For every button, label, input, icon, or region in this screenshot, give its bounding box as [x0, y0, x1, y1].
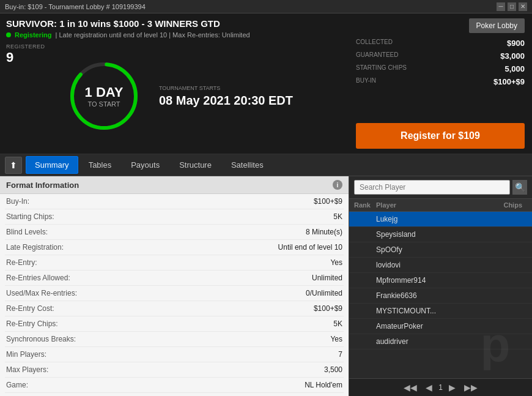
prize-row-chips: STARTING CHIPS 5,000	[356, 62, 525, 75]
player-search-panel: 🔍 Rank Player Chips Lukejg Speysisland S…	[349, 176, 532, 396]
player-list-item[interactable]: AmateurPoker	[349, 319, 532, 334]
title-bar-controls: ─ □ ✕	[497, 2, 527, 11]
format-key: Re-Entry:	[6, 258, 37, 267]
tab-payouts[interactable]: Payouts	[122, 156, 169, 174]
search-bar: 🔍	[349, 176, 532, 199]
starts-value: 08 May 2021 20:30 EDT	[159, 94, 342, 108]
format-val: $100+$9	[314, 304, 342, 313]
clock-ring: 1 DAY TO START	[67, 59, 141, 133]
tab-structure[interactable]: Structure	[170, 156, 221, 174]
player-list: Lukejg Speysisland SpOOfy lovidovi Mpfro…	[349, 212, 532, 378]
status-text: Registering	[15, 31, 52, 39]
format-row: Game: NL Hold'em	[5, 378, 344, 393]
format-val: 5K	[333, 319, 342, 328]
player-list-item[interactable]: MYSTICMOUNT...	[349, 304, 532, 319]
format-val: Yes	[330, 335, 342, 343]
status-info: | Late registration until end of level 1…	[56, 31, 250, 39]
format-val: Unlimited	[312, 274, 342, 282]
tournament-starts: TOURNAMENT STARTS 08 May 2021 20:30 EDT	[159, 43, 342, 149]
page-prev-button[interactable]: ◀	[423, 381, 435, 394]
col-rank-header: Rank	[354, 201, 376, 209]
info-icon[interactable]: i	[333, 180, 342, 190]
format-row: Re-Entry Cost: $100+$9	[5, 301, 344, 316]
page-last-button[interactable]: ▶▶	[462, 381, 480, 394]
starting-chips-label: STARTING CHIPS	[356, 64, 407, 73]
col-player-header: Player	[376, 201, 479, 209]
player-list-item[interactable]: Frankie6636	[349, 288, 532, 304]
format-info-panel: Format Information i Buy-In: $100+$9 Sta…	[0, 176, 349, 396]
player-name: Mpfrommer914	[376, 276, 484, 285]
clock-ring-svg	[67, 59, 141, 133]
format-key: Late Registration:	[6, 243, 64, 252]
page-next-button[interactable]: ▶	[446, 381, 458, 394]
format-row: Starting Chips: 5K	[5, 209, 344, 225]
format-val: 8 Minute(s)	[306, 228, 342, 236]
format-key: Blind Levels:	[6, 228, 48, 236]
bottom-section: Format Information i Buy-In: $100+$9 Sta…	[0, 176, 532, 396]
player-name: SpOOfy	[376, 245, 484, 254]
right-prize: Poker Lobby COLLECTED $900 GUARANTEED $3…	[349, 13, 532, 154]
format-row: Used/Max Re-entries: 0/Unlimited	[5, 286, 344, 301]
minimize-button[interactable]: ─	[497, 2, 505, 11]
col-chips-header: Chips	[479, 201, 522, 209]
player-name: audidriver	[376, 337, 484, 346]
prize-row-collected: COLLECTED $900	[356, 37, 525, 50]
page-first-button[interactable]: ◀◀	[401, 381, 419, 394]
guaranteed-label: GUARANTEED	[356, 51, 398, 61]
tab-tables[interactable]: Tables	[79, 156, 121, 174]
register-button[interactable]: Register for $109	[356, 123, 525, 149]
format-key: Used/Max Re-entries:	[6, 289, 77, 297]
buyin-value: $100+$9	[493, 77, 525, 86]
player-list-item[interactable]: Speysisland	[349, 227, 532, 242]
format-title: Format Information	[6, 181, 79, 190]
top-section: SURVIVOR: 1 in 10 wins $1000 - 3 WINNERS…	[0, 13, 532, 154]
tab-scroll-left[interactable]: ⬆	[5, 157, 22, 174]
buyin-label: BUY-IN	[356, 77, 376, 86]
close-button[interactable]: ✕	[519, 2, 527, 11]
status-dot	[6, 32, 11, 37]
format-val: Yes	[330, 258, 342, 267]
format-row: Players per Table: Maximum of 8 players	[5, 393, 344, 396]
player-list-item[interactable]: Lukejg	[349, 212, 532, 227]
player-name: Speysisland	[376, 230, 484, 239]
format-row: Re-Entries Allowed: Unlimited	[5, 271, 344, 286]
player-list-item[interactable]: Mpfrommer914	[349, 273, 532, 288]
search-player-input[interactable]	[354, 180, 510, 195]
left-stats: SURVIVOR: 1 in 10 wins $1000 - 3 WINNERS…	[0, 13, 349, 154]
prize-table: COLLECTED $900 GUARANTEED $3,000 STARTIN…	[356, 37, 525, 88]
top-right-controls: Poker Lobby	[356, 18, 525, 37]
player-list-item[interactable]: audidriver	[349, 334, 532, 349]
format-key: Max Players:	[6, 365, 48, 374]
tournament-title: SURVIVOR: 1 in 10 wins $1000 - 3 WINNERS…	[6, 18, 342, 29]
format-row: Re-Entry: Yes	[5, 255, 344, 271]
tab-satellites[interactable]: Satellites	[222, 156, 273, 174]
svg-point-1	[72, 64, 136, 128]
poker-lobby-button[interactable]: Poker Lobby	[469, 18, 525, 33]
page-number: 1	[438, 383, 443, 392]
format-row: Blind Levels: 8 Minute(s)	[5, 225, 344, 240]
pagination-bar: ◀◀ ◀ 1 ▶ ▶▶	[349, 378, 532, 396]
format-row: Max Players: 3,500	[5, 362, 344, 378]
collected-value: $900	[507, 39, 525, 48]
maximize-button[interactable]: □	[508, 2, 516, 11]
format-val: 5K	[333, 212, 342, 221]
registered-value: 9	[6, 50, 49, 65]
format-key: Re-Entry Chips:	[6, 319, 58, 328]
player-list-header: Rank Player Chips	[349, 199, 532, 212]
search-button[interactable]: 🔍	[512, 180, 527, 195]
player-name: Lukejg	[376, 215, 484, 223]
title-bar: Buy-in: $109 - Tournament Lobby # 109199…	[0, 0, 532, 13]
collected-label: COLLECTED	[356, 39, 393, 48]
format-val: 3,500	[324, 365, 342, 374]
header-status: Registering | Late registration until en…	[6, 31, 342, 39]
title-bar-text: Buy-in: $109 - Tournament Lobby # 109199…	[5, 3, 146, 10]
player-list-item[interactable]: lovidovi	[349, 258, 532, 273]
registered-label: REGISTERED	[6, 43, 49, 50]
format-val: Until end of level 10	[278, 243, 342, 252]
player-name: MYSTICMOUNT...	[376, 307, 484, 315]
format-val: 7	[338, 350, 342, 359]
format-val: 0/Unlimited	[306, 289, 342, 297]
player-list-item[interactable]: SpOOfy	[349, 242, 532, 258]
tab-summary[interactable]: Summary	[26, 156, 78, 174]
format-key: Synchronous Breaks:	[6, 335, 76, 343]
